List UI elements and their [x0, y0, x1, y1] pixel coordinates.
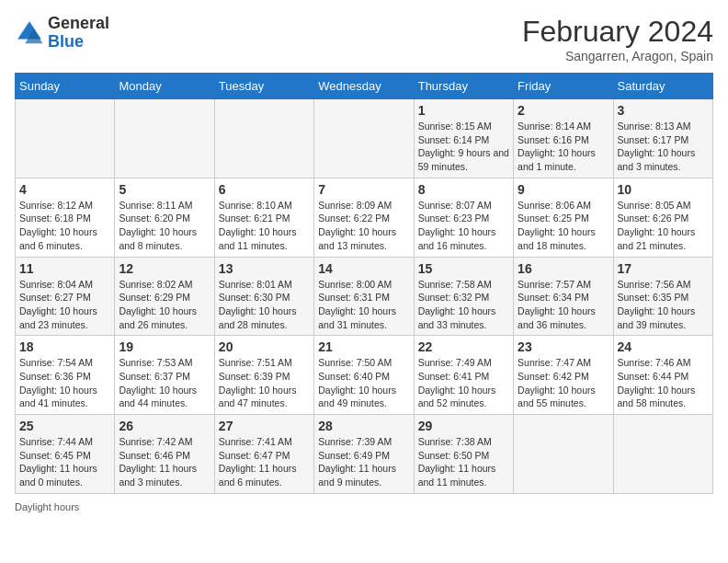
calendar-cell: 28Sunrise: 7:39 AM Sunset: 6:49 PM Dayli…: [314, 415, 414, 494]
footer: Daylight hours: [15, 501, 713, 512]
calendar-cell: 4Sunrise: 8:12 AM Sunset: 6:18 PM Daylig…: [16, 178, 115, 257]
day-info: Sunrise: 7:44 AM Sunset: 6:45 PM Dayligh…: [19, 435, 110, 489]
day-info: Sunrise: 7:42 AM Sunset: 6:46 PM Dayligh…: [119, 435, 210, 489]
calendar-cell: 29Sunrise: 7:38 AM Sunset: 6:50 PM Dayli…: [414, 415, 513, 494]
day-info: Sunrise: 7:41 AM Sunset: 6:47 PM Dayligh…: [219, 435, 310, 489]
calendar-cell: 6Sunrise: 8:10 AM Sunset: 6:21 PM Daylig…: [214, 178, 313, 257]
day-number: 3: [618, 103, 709, 118]
calendar-header-row: SundayMondayTuesdayWednesdayThursdayFrid…: [16, 74, 713, 99]
day-number: 2: [518, 103, 609, 118]
calendar-cell: 13Sunrise: 8:01 AM Sunset: 6:30 PM Dayli…: [214, 257, 313, 336]
day-number: 27: [219, 419, 310, 433]
calendar-week-row: 25Sunrise: 7:44 AM Sunset: 6:45 PM Dayli…: [16, 415, 713, 494]
calendar-cell: 10Sunrise: 8:05 AM Sunset: 6:26 PM Dayli…: [613, 178, 712, 257]
day-info: Sunrise: 8:04 AM Sunset: 6:27 PM Dayligh…: [19, 278, 110, 332]
calendar-week-row: 4Sunrise: 8:12 AM Sunset: 6:18 PM Daylig…: [16, 178, 713, 257]
month-year: February 2024: [522, 15, 713, 49]
day-number: 29: [418, 419, 509, 433]
day-info: Sunrise: 8:11 AM Sunset: 6:20 PM Dayligh…: [119, 199, 210, 253]
day-number: 14: [318, 261, 409, 276]
calendar-cell: [115, 99, 214, 178]
calendar-cell: 24Sunrise: 7:46 AM Sunset: 6:44 PM Dayli…: [613, 336, 712, 415]
day-info: Sunrise: 7:39 AM Sunset: 6:49 PM Dayligh…: [318, 435, 409, 489]
day-number: 20: [219, 339, 310, 354]
day-number: 10: [618, 182, 709, 197]
day-info: Sunrise: 8:06 AM Sunset: 6:25 PM Dayligh…: [518, 199, 609, 253]
calendar-cell: 3Sunrise: 8:13 AM Sunset: 6:17 PM Daylig…: [613, 99, 712, 178]
calendar-cell: [613, 415, 712, 494]
calendar-cell: 8Sunrise: 8:07 AM Sunset: 6:23 PM Daylig…: [414, 178, 513, 257]
day-number: 23: [518, 339, 609, 354]
day-of-week-header: Friday: [514, 74, 613, 99]
calendar-cell: 26Sunrise: 7:42 AM Sunset: 6:46 PM Dayli…: [115, 415, 214, 494]
day-info: Sunrise: 8:13 AM Sunset: 6:17 PM Dayligh…: [618, 120, 709, 174]
calendar-cell: 22Sunrise: 7:49 AM Sunset: 6:41 PM Dayli…: [414, 336, 513, 415]
day-info: Sunrise: 7:56 AM Sunset: 6:35 PM Dayligh…: [618, 278, 709, 332]
day-info: Sunrise: 7:54 AM Sunset: 6:36 PM Dayligh…: [19, 356, 110, 410]
calendar-cell: 11Sunrise: 8:04 AM Sunset: 6:27 PM Dayli…: [16, 257, 115, 336]
logo-text: General Blue: [48, 15, 109, 52]
calendar-cell: [514, 415, 613, 494]
day-of-week-header: Sunday: [16, 74, 115, 99]
calendar-week-row: 1Sunrise: 8:15 AM Sunset: 6:14 PM Daylig…: [16, 99, 713, 178]
calendar-table: SundayMondayTuesdayWednesdayThursdayFrid…: [15, 73, 713, 494]
day-info: Sunrise: 7:46 AM Sunset: 6:44 PM Dayligh…: [618, 356, 709, 410]
day-info: Sunrise: 8:09 AM Sunset: 6:22 PM Dayligh…: [318, 199, 409, 253]
day-number: 6: [219, 182, 310, 197]
calendar-cell: 12Sunrise: 8:02 AM Sunset: 6:29 PM Dayli…: [115, 257, 214, 336]
day-info: Sunrise: 7:49 AM Sunset: 6:41 PM Dayligh…: [418, 356, 509, 410]
calendar-cell: 16Sunrise: 7:57 AM Sunset: 6:34 PM Dayli…: [514, 257, 613, 336]
day-of-week-header: Wednesday: [314, 74, 414, 99]
calendar-week-row: 11Sunrise: 8:04 AM Sunset: 6:27 PM Dayli…: [16, 257, 713, 336]
day-number: 13: [219, 261, 310, 276]
calendar-cell: 14Sunrise: 8:00 AM Sunset: 6:31 PM Dayli…: [314, 257, 414, 336]
day-info: Sunrise: 8:02 AM Sunset: 6:29 PM Dayligh…: [119, 278, 210, 332]
day-number: 21: [318, 339, 409, 354]
day-of-week-header: Monday: [115, 74, 214, 99]
calendar-cell: 21Sunrise: 7:50 AM Sunset: 6:40 PM Dayli…: [314, 336, 414, 415]
calendar-cell: [214, 99, 313, 178]
day-number: 11: [19, 261, 110, 276]
day-number: 1: [418, 103, 509, 118]
day-of-week-header: Thursday: [414, 74, 513, 99]
day-info: Sunrise: 8:14 AM Sunset: 6:16 PM Dayligh…: [518, 120, 609, 174]
day-number: 9: [518, 182, 609, 197]
calendar-cell: 1Sunrise: 8:15 AM Sunset: 6:14 PM Daylig…: [414, 99, 513, 178]
day-info: Sunrise: 7:58 AM Sunset: 6:32 PM Dayligh…: [418, 278, 509, 332]
day-info: Sunrise: 7:38 AM Sunset: 6:50 PM Dayligh…: [418, 435, 509, 489]
calendar-cell: [314, 99, 414, 178]
calendar-cell: 9Sunrise: 8:06 AM Sunset: 6:25 PM Daylig…: [514, 178, 613, 257]
calendar-cell: 15Sunrise: 7:58 AM Sunset: 6:32 PM Dayli…: [414, 257, 513, 336]
logo-icon: [15, 18, 44, 48]
day-number: 5: [119, 182, 210, 197]
day-info: Sunrise: 8:12 AM Sunset: 6:18 PM Dayligh…: [19, 199, 110, 253]
day-number: 19: [119, 339, 210, 354]
location: Sangarren, Aragon, Spain: [522, 49, 713, 63]
day-info: Sunrise: 7:47 AM Sunset: 6:42 PM Dayligh…: [518, 356, 609, 410]
logo: General Blue: [15, 15, 109, 52]
day-info: Sunrise: 8:10 AM Sunset: 6:21 PM Dayligh…: [219, 199, 310, 253]
day-info: Sunrise: 8:05 AM Sunset: 6:26 PM Dayligh…: [618, 199, 709, 253]
day-number: 28: [318, 419, 409, 433]
day-info: Sunrise: 8:00 AM Sunset: 6:31 PM Dayligh…: [318, 278, 409, 332]
day-number: 15: [418, 261, 509, 276]
day-number: 22: [418, 339, 509, 354]
calendar-cell: 17Sunrise: 7:56 AM Sunset: 6:35 PM Dayli…: [613, 257, 712, 336]
daylight-label: Daylight hours: [15, 501, 79, 512]
day-number: 12: [119, 261, 210, 276]
day-of-week-header: Saturday: [613, 74, 712, 99]
page-header: General Blue February 2024 Sangarren, Ar…: [15, 15, 713, 63]
day-number: 7: [318, 182, 409, 197]
calendar-cell: 2Sunrise: 8:14 AM Sunset: 6:16 PM Daylig…: [514, 99, 613, 178]
day-number: 24: [618, 339, 709, 354]
day-info: Sunrise: 7:51 AM Sunset: 6:39 PM Dayligh…: [219, 356, 310, 410]
calendar-cell: 18Sunrise: 7:54 AM Sunset: 6:36 PM Dayli…: [16, 336, 115, 415]
day-info: Sunrise: 8:07 AM Sunset: 6:23 PM Dayligh…: [418, 199, 509, 253]
calendar-cell: 23Sunrise: 7:47 AM Sunset: 6:42 PM Dayli…: [514, 336, 613, 415]
day-number: 18: [19, 339, 110, 354]
calendar-cell: 7Sunrise: 8:09 AM Sunset: 6:22 PM Daylig…: [314, 178, 414, 257]
calendar-cell: 19Sunrise: 7:53 AM Sunset: 6:37 PM Dayli…: [115, 336, 214, 415]
day-info: Sunrise: 8:01 AM Sunset: 6:30 PM Dayligh…: [219, 278, 310, 332]
calendar-cell: 20Sunrise: 7:51 AM Sunset: 6:39 PM Dayli…: [214, 336, 313, 415]
day-info: Sunrise: 7:53 AM Sunset: 6:37 PM Dayligh…: [119, 356, 210, 410]
